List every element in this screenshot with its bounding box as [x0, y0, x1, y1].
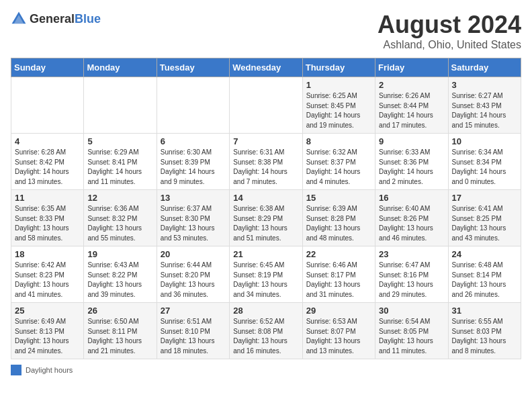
day-info: Sunrise: 6:32 AM Sunset: 8:37 PM Dayligh… — [306, 148, 371, 187]
legend-color-box — [11, 365, 21, 375]
calendar-cell: 24Sunrise: 6:48 AM Sunset: 8:14 PM Dayli… — [448, 246, 521, 303]
day-info: Sunrise: 6:35 AM Sunset: 8:33 PM Dayligh… — [15, 204, 80, 243]
calendar-cell: 31Sunrise: 6:55 AM Sunset: 8:03 PM Dayli… — [448, 303, 521, 359]
day-info: Sunrise: 6:39 AM Sunset: 8:28 PM Dayligh… — [306, 204, 371, 243]
calendar-cell: 9Sunrise: 6:33 AM Sunset: 8:36 PM Daylig… — [375, 134, 448, 190]
day-number: 11 — [15, 193, 80, 203]
calendar-cell: 3Sunrise: 6:27 AM Sunset: 8:43 PM Daylig… — [448, 77, 521, 134]
calendar-cell: 5Sunrise: 6:29 AM Sunset: 8:41 PM Daylig… — [84, 134, 157, 190]
calendar-cell: 23Sunrise: 6:47 AM Sunset: 8:16 PM Dayli… — [375, 246, 448, 303]
day-number: 21 — [233, 249, 298, 259]
calendar-cell: 10Sunrise: 6:34 AM Sunset: 8:34 PM Dayli… — [448, 134, 521, 190]
calendar-cell: 11Sunrise: 6:35 AM Sunset: 8:33 PM Dayli… — [11, 190, 84, 246]
day-number: 29 — [306, 306, 371, 316]
title-block: August 2024 Ashland, Ohio, United States — [378, 11, 521, 51]
calendar-cell: 22Sunrise: 6:46 AM Sunset: 8:17 PM Dayli… — [302, 246, 375, 303]
main-title: August 2024 — [378, 11, 521, 39]
logo: GeneralBlue — [11, 11, 101, 27]
day-number: 16 — [379, 193, 444, 203]
weekday-header: Monday — [84, 58, 157, 77]
calendar-cell: 19Sunrise: 6:43 AM Sunset: 8:22 PM Dayli… — [84, 246, 157, 303]
calendar-cell: 30Sunrise: 6:54 AM Sunset: 8:05 PM Dayli… — [375, 303, 448, 359]
day-info: Sunrise: 6:34 AM Sunset: 8:34 PM Dayligh… — [452, 148, 517, 187]
day-number: 30 — [379, 306, 444, 316]
day-info: Sunrise: 6:37 AM Sunset: 8:30 PM Dayligh… — [161, 204, 226, 243]
calendar-cell: 6Sunrise: 6:30 AM Sunset: 8:39 PM Daylig… — [157, 134, 229, 190]
day-info: Sunrise: 6:55 AM Sunset: 8:03 PM Dayligh… — [452, 317, 517, 356]
day-number: 13 — [161, 193, 226, 203]
weekday-header: Tuesday — [157, 58, 229, 77]
weekday-header: Friday — [375, 58, 448, 77]
day-info: Sunrise: 6:31 AM Sunset: 8:38 PM Dayligh… — [233, 148, 298, 187]
calendar-cell: 20Sunrise: 6:44 AM Sunset: 8:20 PM Dayli… — [157, 246, 229, 303]
day-number: 31 — [452, 306, 517, 316]
day-number: 12 — [87, 193, 152, 203]
day-info: Sunrise: 6:29 AM Sunset: 8:41 PM Dayligh… — [87, 148, 152, 187]
day-number: 1 — [306, 80, 371, 90]
day-info: Sunrise: 6:44 AM Sunset: 8:20 PM Dayligh… — [161, 261, 226, 300]
day-number: 6 — [161, 136, 226, 146]
day-info: Sunrise: 6:49 AM Sunset: 8:13 PM Dayligh… — [15, 317, 80, 356]
calendar-cell: 7Sunrise: 6:31 AM Sunset: 8:38 PM Daylig… — [230, 134, 302, 190]
day-number: 22 — [306, 249, 371, 259]
weekday-header: Sunday — [11, 58, 84, 77]
day-number: 10 — [452, 136, 517, 146]
calendar-cell — [84, 77, 157, 134]
day-info: Sunrise: 6:30 AM Sunset: 8:39 PM Dayligh… — [161, 148, 226, 187]
weekday-header: Thursday — [302, 58, 375, 77]
calendar-cell — [11, 77, 84, 134]
page-header: GeneralBlue August 2024 Ashland, Ohio, U… — [11, 11, 521, 51]
day-number: 19 — [87, 249, 152, 259]
calendar-header: SundayMondayTuesdayWednesdayThursdayFrid… — [11, 58, 521, 77]
calendar-table: SundayMondayTuesdayWednesdayThursdayFrid… — [11, 58, 521, 359]
calendar-cell: 28Sunrise: 6:52 AM Sunset: 8:08 PM Dayli… — [230, 303, 302, 359]
calendar-cell: 18Sunrise: 6:42 AM Sunset: 8:23 PM Dayli… — [11, 246, 84, 303]
day-number: 17 — [452, 193, 517, 203]
calendar-cell: 12Sunrise: 6:36 AM Sunset: 8:32 PM Dayli… — [84, 190, 157, 246]
day-number: 25 — [15, 306, 80, 316]
calendar-cell — [230, 77, 302, 134]
calendar-cell: 25Sunrise: 6:49 AM Sunset: 8:13 PM Dayli… — [11, 303, 84, 359]
day-info: Sunrise: 6:42 AM Sunset: 8:23 PM Dayligh… — [15, 261, 80, 300]
day-info: Sunrise: 6:36 AM Sunset: 8:32 PM Dayligh… — [87, 204, 152, 243]
day-info: Sunrise: 6:43 AM Sunset: 8:22 PM Dayligh… — [87, 261, 152, 300]
day-info: Sunrise: 6:41 AM Sunset: 8:25 PM Dayligh… — [452, 204, 517, 243]
day-number: 3 — [452, 80, 517, 90]
day-info: Sunrise: 6:47 AM Sunset: 8:16 PM Dayligh… — [379, 261, 444, 300]
calendar-cell: 4Sunrise: 6:28 AM Sunset: 8:42 PM Daylig… — [11, 134, 84, 190]
logo-icon — [11, 11, 27, 27]
calendar-cell — [157, 77, 229, 134]
subtitle: Ashland, Ohio, United States — [378, 39, 521, 51]
day-info: Sunrise: 6:51 AM Sunset: 8:10 PM Dayligh… — [161, 317, 226, 356]
day-number: 18 — [15, 249, 80, 259]
logo-general: General — [30, 12, 75, 26]
day-number: 23 — [379, 249, 444, 259]
day-number: 24 — [452, 249, 517, 259]
day-info: Sunrise: 6:26 AM Sunset: 8:44 PM Dayligh… — [379, 91, 444, 130]
calendar-cell: 2Sunrise: 6:26 AM Sunset: 8:44 PM Daylig… — [375, 77, 448, 134]
calendar-cell: 16Sunrise: 6:40 AM Sunset: 8:26 PM Dayli… — [375, 190, 448, 246]
day-info: Sunrise: 6:27 AM Sunset: 8:43 PM Dayligh… — [452, 91, 517, 130]
day-number: 2 — [379, 80, 444, 90]
calendar-cell: 15Sunrise: 6:39 AM Sunset: 8:28 PM Dayli… — [302, 190, 375, 246]
legend-label: Daylight hours — [26, 366, 73, 374]
day-number: 4 — [15, 136, 80, 146]
day-info: Sunrise: 6:54 AM Sunset: 8:05 PM Dayligh… — [379, 317, 444, 356]
day-number: 8 — [306, 136, 371, 146]
day-number: 14 — [233, 193, 298, 203]
day-info: Sunrise: 6:38 AM Sunset: 8:29 PM Dayligh… — [233, 204, 298, 243]
day-number: 15 — [306, 193, 371, 203]
day-info: Sunrise: 6:25 AM Sunset: 8:45 PM Dayligh… — [306, 91, 371, 130]
calendar-cell: 29Sunrise: 6:53 AM Sunset: 8:07 PM Dayli… — [302, 303, 375, 359]
calendar-cell: 21Sunrise: 6:45 AM Sunset: 8:19 PM Dayli… — [230, 246, 302, 303]
calendar-cell: 14Sunrise: 6:38 AM Sunset: 8:29 PM Dayli… — [230, 190, 302, 246]
calendar-cell: 8Sunrise: 6:32 AM Sunset: 8:37 PM Daylig… — [302, 134, 375, 190]
day-number: 7 — [233, 136, 298, 146]
day-info: Sunrise: 6:28 AM Sunset: 8:42 PM Dayligh… — [15, 148, 80, 187]
day-number: 9 — [379, 136, 444, 146]
calendar-cell: 1Sunrise: 6:25 AM Sunset: 8:45 PM Daylig… — [302, 77, 375, 134]
calendar-cell: 13Sunrise: 6:37 AM Sunset: 8:30 PM Dayli… — [157, 190, 229, 246]
calendar-cell: 27Sunrise: 6:51 AM Sunset: 8:10 PM Dayli… — [157, 303, 229, 359]
logo-blue: Blue — [75, 12, 101, 26]
day-number: 5 — [87, 136, 152, 146]
